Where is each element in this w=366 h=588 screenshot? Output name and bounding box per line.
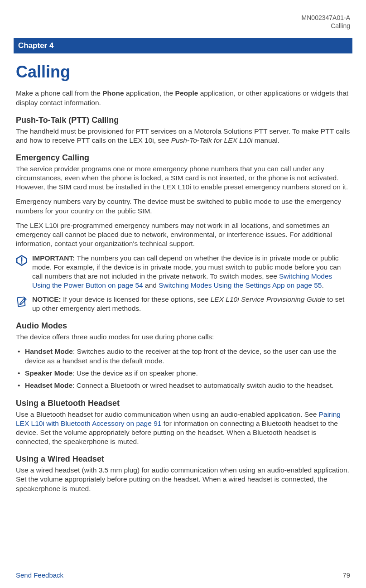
chapter-bar: Chapter 4 <box>14 38 352 53</box>
important-text: IMPORTANT: The numbers you can call depe… <box>32 254 350 290</box>
emergency-p2: Emergency numbers vary by country. The d… <box>16 197 350 215</box>
emergency-p3: The LEX L10i pre-programmed emergency nu… <box>16 221 350 248</box>
audio-intro: The device offers three audio modes for … <box>16 333 350 342</box>
audio-list: Handset Mode: Switches audio to the rece… <box>16 347 350 390</box>
ptt-heading: Push-To-Talk (PTT) Calling <box>16 116 350 125</box>
important-note: IMPORTANT: The numbers you can call depe… <box>16 254 350 290</box>
wired-paragraph: Use a wired headset (with 3.5 mm plug) f… <box>16 466 350 493</box>
emergency-p1: The service provider programs one or mor… <box>16 164 350 192</box>
list-item: Handset Mode: Switches audio to the rece… <box>16 347 350 366</box>
notice-icon <box>16 296 28 308</box>
wired-heading: Using a Wired Headset <box>16 454 350 464</box>
notice-text: NOTICE: If your device is licensed for t… <box>32 295 350 313</box>
link-switch-settings[interactable]: Switching Modes Using the Settings App o… <box>159 281 322 289</box>
ptt-paragraph: The handheld must be provisioned for PTT… <box>16 127 350 145</box>
notice-note: NOTICE: If your device is licensed for t… <box>16 295 350 313</box>
list-item: Headset Mode: Connect a Bluetooth or wir… <box>16 381 350 390</box>
section-name: Calling <box>16 22 350 30</box>
page-header: MN002347A01-A Calling <box>16 14 350 30</box>
send-feedback-link[interactable]: Send Feedback <box>16 571 63 579</box>
doc-id: MN002347A01-A <box>16 14 350 22</box>
page-number: 79 <box>342 571 350 579</box>
document-page: MN002347A01-A Calling Chapter 4 Calling … <box>0 0 366 588</box>
svg-point-1 <box>21 262 22 264</box>
bluetooth-heading: Using a Bluetooth Headset <box>16 399 350 408</box>
intro-paragraph: Make a phone call from the Phone applica… <box>16 89 350 107</box>
audio-heading: Audio Modes <box>16 321 350 331</box>
important-icon <box>16 255 28 266</box>
bluetooth-paragraph: Use a Bluetooth headset for audio commun… <box>16 410 350 447</box>
emergency-heading: Emergency Calling <box>16 153 350 163</box>
page-title: Calling <box>16 63 350 82</box>
page-footer: Send Feedback 79 <box>16 571 350 579</box>
list-item: Speaker Mode: Use the device as if on sp… <box>16 369 350 378</box>
